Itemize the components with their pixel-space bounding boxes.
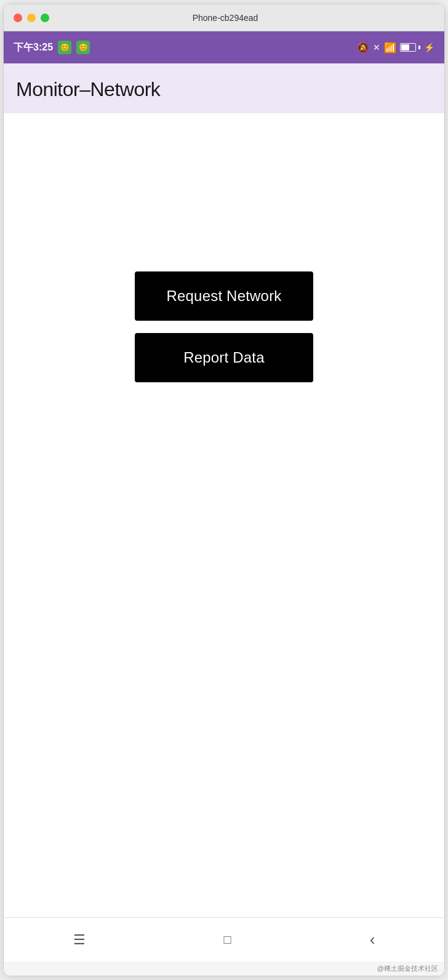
battery-indicator <box>400 43 420 52</box>
phone-window: Phone-cb294ead 下午3:25 😊 😊 🔕 ✕ 📶 <box>3 4 445 976</box>
battery-tip <box>418 46 420 49</box>
wifi-icon: 📶 <box>384 42 396 54</box>
close-button[interactable] <box>14 14 22 22</box>
status-left: 下午3:25 😊 😊 <box>14 41 90 54</box>
status-icon-2: 😊 <box>76 41 90 54</box>
window-title: Phone-cb294ead <box>49 13 401 23</box>
android-nav-bar: ☰ □ ‹ <box>4 917 444 962</box>
status-time: 下午3:25 <box>14 41 53 54</box>
report-data-button[interactable]: Report Data <box>135 333 313 382</box>
main-content: Request Network Report Data <box>4 113 444 540</box>
window-controls <box>14 14 49 22</box>
status-icon-1: 😊 <box>58 41 71 54</box>
menu-icon[interactable]: ☰ <box>61 927 98 953</box>
maximize-button[interactable] <box>41 14 49 22</box>
status-right: 🔕 ✕ 📶 ⚡ <box>357 42 434 54</box>
battery-fill <box>401 44 409 50</box>
request-network-button[interactable]: Request Network <box>135 271 313 321</box>
bottom-spacer <box>4 540 444 917</box>
app-header: Monitor–Network <box>4 63 444 113</box>
title-bar: Phone-cb294ead <box>4 4 444 31</box>
status-bar: 下午3:25 😊 😊 🔕 ✕ 📶 ⚡ <box>4 31 444 63</box>
mute-icon: 🔕 <box>357 42 369 54</box>
phone-content: 下午3:25 😊 😊 🔕 ✕ 📶 ⚡ <box>4 31 444 976</box>
back-icon[interactable]: ‹ <box>358 925 388 954</box>
minimize-button[interactable] <box>27 14 36 22</box>
lightning-icon: ⚡ <box>424 42 434 52</box>
battery-box <box>400 43 416 52</box>
page-title: Monitor–Network <box>16 78 432 101</box>
sim-icon: ✕ <box>373 42 380 52</box>
watermark: @稀土掘金技术社区 <box>4 962 444 976</box>
home-icon[interactable]: □ <box>212 928 244 952</box>
